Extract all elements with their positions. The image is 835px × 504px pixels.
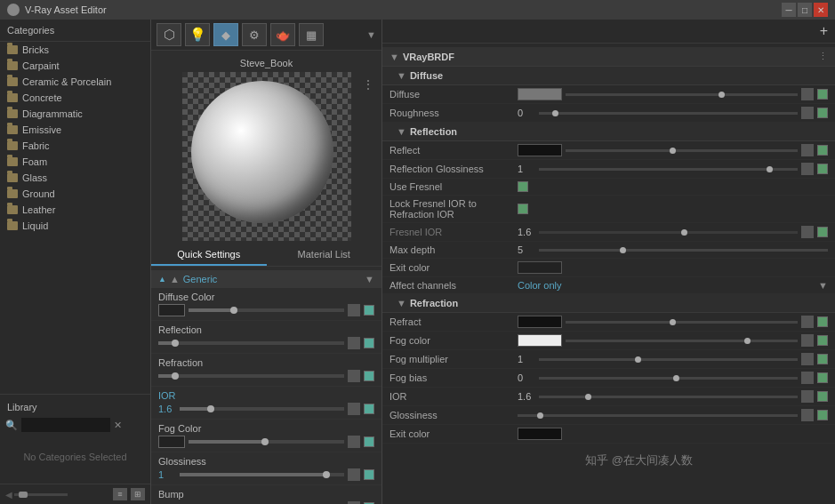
- vraybrdf-options-icon[interactable]: ⋮: [818, 51, 828, 62]
- diffuse-prop-check[interactable]: [817, 89, 828, 100]
- refract-check[interactable]: [817, 316, 828, 327]
- diffuse-color-swatch[interactable]: [518, 88, 562, 100]
- ior-checkbox[interactable]: [364, 404, 374, 414]
- minimize-button[interactable]: ─: [782, 3, 796, 17]
- diffuse-prop-grid[interactable]: [801, 88, 814, 100]
- fog-color-swatch[interactable]: [158, 436, 185, 448]
- fog-bias-grid[interactable]: [801, 372, 814, 384]
- category-item-foam[interactable]: Foam: [0, 154, 150, 170]
- category-item-ceramic[interactable]: Ceramic & Porcelain: [0, 74, 150, 90]
- maximize-button[interactable]: □: [798, 3, 812, 17]
- refraction-grid-btn[interactable]: [348, 370, 360, 382]
- lock-fresnel-checkbox[interactable]: [518, 204, 528, 214]
- render-button[interactable]: 🫖: [270, 23, 295, 46]
- refract-swatch[interactable]: [518, 316, 562, 328]
- reflect-grid[interactable]: [801, 144, 814, 156]
- fresnel-ior-check[interactable]: [817, 227, 828, 237]
- fog-bias-check[interactable]: [817, 372, 828, 383]
- refract-slider[interactable]: [566, 321, 798, 324]
- tab-quick-settings[interactable]: Quick Settings: [151, 244, 267, 266]
- affect-channels-dropdown[interactable]: ▼: [818, 280, 828, 291]
- section-reflection-header[interactable]: ▼ Reflection: [382, 123, 835, 141]
- category-item-carpaint[interactable]: Carpaint: [0, 58, 150, 74]
- roughness-slider[interactable]: [539, 112, 798, 115]
- refraction-gloss-grid[interactable]: [801, 409, 814, 421]
- reflect-swatch[interactable]: [518, 144, 562, 156]
- material-button[interactable]: ◆: [213, 23, 238, 46]
- fog-color-check[interactable]: [817, 335, 828, 346]
- reflect-slider[interactable]: [566, 149, 798, 152]
- glossiness-checkbox[interactable]: [364, 469, 374, 480]
- roughness-check[interactable]: [817, 108, 828, 118]
- section-vraybrdf-header[interactable]: ▼ VRayBRDF ⋮: [382, 47, 835, 67]
- diffuse-grid-btn[interactable]: [348, 304, 360, 316]
- light-button[interactable]: 💡: [185, 23, 210, 46]
- diffuse-prop-slider[interactable]: [566, 93, 798, 96]
- reflection-checkbox[interactable]: [364, 338, 374, 348]
- category-item-concrete[interactable]: Concrete: [0, 90, 150, 106]
- settings-button[interactable]: ⚙: [242, 23, 267, 46]
- use-fresnel-checkbox[interactable]: [518, 181, 528, 192]
- category-item-liquid[interactable]: Liquid: [0, 218, 150, 234]
- fog-grid-btn[interactable]: [348, 436, 360, 448]
- clear-search-icon[interactable]: ✕: [114, 420, 122, 431]
- roughness-grid[interactable]: [801, 107, 814, 119]
- diffuse-slider[interactable]: [189, 308, 344, 312]
- category-item-glass[interactable]: Glass: [0, 170, 150, 186]
- glossiness-slider[interactable]: [180, 473, 344, 476]
- category-item-fabric[interactable]: Fabric: [0, 138, 150, 154]
- diffuse-color-swatch[interactable]: [158, 304, 185, 316]
- size-slider-thumb[interactable]: [19, 492, 28, 498]
- ior-grid-btn[interactable]: [348, 403, 360, 415]
- fog-bias-slider[interactable]: [539, 377, 798, 380]
- fresnel-ior-grid[interactable]: [801, 226, 814, 238]
- refraction-ior-grid[interactable]: [801, 390, 814, 403]
- refraction-gloss-check[interactable]: [817, 410, 828, 420]
- diffuse-checkbox[interactable]: [364, 305, 374, 316]
- category-item-emissive[interactable]: Emissive: [0, 122, 150, 138]
- add-button[interactable]: +: [820, 23, 828, 39]
- search-input[interactable]: [21, 418, 110, 432]
- refraction-ior-check[interactable]: [817, 391, 828, 402]
- category-item-ground[interactable]: Ground: [0, 186, 150, 202]
- max-depth-slider[interactable]: [539, 249, 828, 252]
- category-item-leather[interactable]: Leather: [0, 202, 150, 218]
- refract-grid[interactable]: [801, 316, 814, 328]
- fog-color-grid[interactable]: [801, 334, 814, 347]
- reflection-slider[interactable]: [158, 341, 344, 345]
- reflect-check[interactable]: [817, 145, 828, 156]
- refl-gloss-check[interactable]: [817, 164, 828, 174]
- preview-options-button[interactable]: ⋮: [362, 77, 374, 92]
- fog-color-slider[interactable]: [566, 340, 798, 342]
- refraction-exit-swatch[interactable]: [518, 428, 562, 440]
- expand-button[interactable]: ▼: [366, 29, 376, 40]
- category-item-bricks[interactable]: Bricks: [0, 42, 150, 58]
- close-button[interactable]: ✕: [814, 3, 828, 17]
- section-refraction-header[interactable]: ▼ Refraction: [382, 294, 835, 313]
- refraction-glossiness-slider[interactable]: [518, 414, 798, 417]
- tab-material-list[interactable]: Material List: [267, 244, 382, 266]
- refl-gloss-grid[interactable]: [801, 163, 814, 175]
- refraction-ior-slider[interactable]: [539, 396, 798, 398]
- glossiness-grid-btn[interactable]: [348, 468, 360, 481]
- reflection-grid-btn[interactable]: [348, 337, 360, 349]
- refraction-slider[interactable]: [158, 374, 344, 378]
- qs-section-arrow[interactable]: ▼: [365, 274, 374, 284]
- category-item-diagrammatic[interactable]: Diagrammatic: [0, 106, 150, 122]
- fresnel-ior-slider[interactable]: [539, 231, 798, 234]
- size-slider[interactable]: ◀: [5, 490, 68, 500]
- fog-slider[interactable]: [189, 440, 344, 444]
- exit-color-swatch[interactable]: [518, 261, 562, 274]
- refraction-checkbox[interactable]: [364, 371, 374, 381]
- fog-checkbox[interactable]: [364, 436, 374, 447]
- fog-multiplier-check[interactable]: [817, 354, 828, 364]
- fog-multiplier-slider[interactable]: [539, 358, 798, 361]
- output-button[interactable]: ▦: [299, 23, 324, 46]
- section-diffuse-header[interactable]: ▼ Diffuse: [382, 67, 835, 85]
- grid-view-button[interactable]: ⊞: [131, 488, 145, 500]
- ior-slider[interactable]: [180, 407, 344, 411]
- fog-color-swatch[interactable]: [518, 334, 562, 347]
- fog-multiplier-grid[interactable]: [801, 353, 814, 365]
- qs-section-generic[interactable]: ▲ ▲ Generic ▼: [151, 270, 381, 288]
- list-view-button[interactable]: ≡: [113, 488, 127, 500]
